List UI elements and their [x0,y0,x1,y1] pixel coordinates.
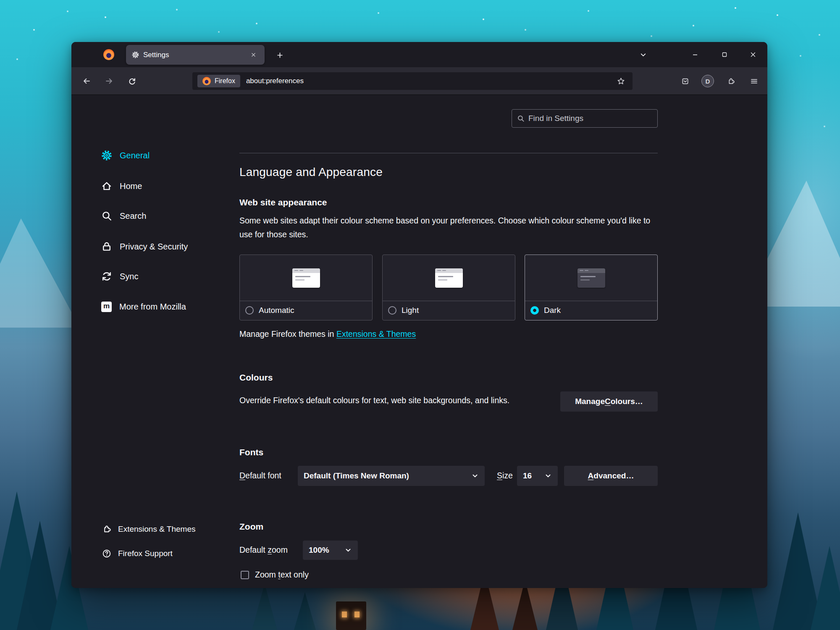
minimize-button[interactable] [685,45,705,64]
navigation-toolbar: Firefox about:preferences D [71,67,767,95]
search-icon [101,210,112,221]
radio-light[interactable] [388,306,396,315]
lock-icon [101,241,112,252]
website-appearance-description: Some web sites adapt their colour scheme… [239,214,658,242]
puzzle-icon [102,525,111,534]
advanced-fonts-button[interactable]: Advanced… [564,466,658,486]
forward-button[interactable] [100,72,118,90]
appearance-option-light[interactable]: Light [382,255,515,320]
site-identity-chip[interactable]: Firefox [197,75,240,87]
sidebar-item-label: General [120,151,150,160]
maximize-button[interactable] [715,45,734,64]
firefox-logo-icon [103,49,114,60]
radio-automatic[interactable] [245,306,254,315]
sidebar-item-label: Home [120,181,142,191]
wallpaper-stars [0,0,1,1]
website-appearance-heading: Web site appearance [239,197,327,207]
appearance-option-label: Light [402,306,419,315]
sidebar-item-general[interactable]: General [101,145,150,165]
sidebar-item-search[interactable]: Search [101,206,146,226]
settings-page: General Home Search Privacy & Security S… [71,95,767,588]
sidebar-item-label: Search [120,211,146,221]
sidebar-item-sync[interactable]: Sync [101,266,138,286]
site-identity-label: Firefox [215,77,235,85]
fonts-heading: Fonts [239,447,263,457]
page-title: Language and Appearance [239,165,383,179]
appearance-option-label: Dark [544,306,561,315]
appearance-preview [383,255,515,301]
mozilla-logo-icon [101,302,112,312]
default-font-dropdown[interactable]: Default (Times New Roman) [298,466,485,486]
extensions-themes-link[interactable]: Extensions & Themes [336,329,416,339]
colours-heading: Colours [239,373,273,383]
reload-button[interactable] [123,72,141,90]
default-zoom-value: 100% [309,546,329,555]
light-window-thumbnail [292,268,320,288]
find-in-settings-input[interactable] [528,114,652,123]
default-zoom-label: Default zoom [239,545,288,555]
sidebar-item-more-from-mozilla[interactable]: More from Mozilla [101,297,186,317]
back-button[interactable] [77,72,96,90]
sidebar-item-label: Firefox Support [118,549,173,558]
sidebar-item-label: More from Mozilla [119,302,186,312]
sidebar-item-firefox-support[interactable]: Firefox Support [102,544,173,563]
manage-colours-button[interactable]: Manage Colours… [560,391,658,412]
find-in-settings[interactable] [512,109,658,128]
new-tab-button[interactable] [272,47,287,63]
colours-description: Override Firefox's default colours for t… [239,396,509,405]
pocket-icon[interactable] [676,72,694,90]
menu-hamburger-icon[interactable] [745,72,763,90]
profile-avatar[interactable]: D [698,72,717,90]
default-font-value: Default (Times New Roman) [304,471,409,480]
zoom-text-only-label[interactable]: Zoom text only [255,570,309,580]
zoom-text-only-checkbox[interactable] [241,571,249,579]
sidebar-item-extensions-themes[interactable]: Extensions & Themes [102,520,195,538]
appearance-option-label: Automatic [259,306,294,315]
wallpaper-mountain [0,218,80,328]
font-size-value: 16 [523,471,532,480]
tab-bar: Settings [71,42,767,67]
appearance-preview [240,255,372,301]
wallpaper-tree [252,584,277,630]
sidebar-item-label: Sync [120,272,138,281]
light-window-thumbnail [435,268,463,288]
close-button[interactable] [743,45,763,64]
radio-dark[interactable] [530,306,539,315]
appearance-preview [525,255,657,301]
gear-icon [101,150,112,161]
question-circle-icon [102,549,111,558]
sync-icon [101,271,112,282]
gear-icon [132,51,139,58]
tab-close-icon[interactable] [248,50,259,60]
font-size-dropdown[interactable]: 16 [517,466,558,486]
sidebar-item-label: Extensions & Themes [118,525,195,534]
wallpaper-cabin [336,601,366,630]
dark-window-thumbnail [578,268,605,288]
url-text: about:preferences [246,77,304,85]
wallpaper-tree [294,592,316,630]
firefox-window: Settings [71,42,767,588]
sidebar-item-home[interactable]: Home [101,176,142,196]
url-bar[interactable]: Firefox about:preferences [192,72,633,90]
sidebar-item-label: Privacy & Security [120,242,188,252]
default-font-label: Default font [239,471,281,480]
extensions-icon[interactable] [722,72,740,90]
chevron-down-icon [471,472,479,480]
bookmark-star-icon[interactable] [614,74,627,88]
size-label: Size [497,471,513,480]
chevron-down-icon [544,472,552,480]
appearance-option-automatic[interactable]: Automatic [239,255,373,320]
firefox-badge-icon [202,77,211,85]
default-zoom-dropdown[interactable]: 100% [303,541,358,560]
zoom-heading: Zoom [239,522,263,532]
wallpaper-tree [811,546,840,630]
section-divider [239,153,658,153]
tab-title: Settings [143,51,248,59]
search-icon [517,115,525,122]
sidebar-item-privacy-security[interactable]: Privacy & Security [101,236,188,257]
list-all-tabs-button[interactable] [633,45,653,64]
manage-themes-line: Manage Firefox themes in Extensions & Th… [239,329,416,339]
appearance-option-dark[interactable]: Dark [525,255,658,320]
manage-themes-text: Manage Firefox themes in [239,329,334,339]
tab-settings[interactable]: Settings [126,45,265,65]
